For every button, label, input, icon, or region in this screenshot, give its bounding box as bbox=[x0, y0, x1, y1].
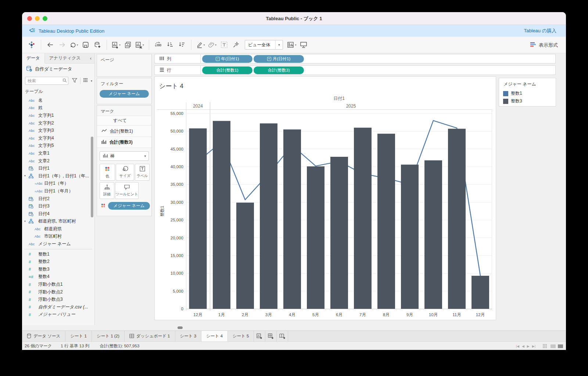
clear-sheet-button[interactable]: ▾ bbox=[135, 39, 145, 51]
clear-sheet-caret[interactable]: ▾ bbox=[143, 43, 144, 47]
tab-data[interactable]: データ bbox=[22, 53, 45, 64]
color-button[interactable]: 色 bbox=[100, 164, 115, 181]
field-item[interactable]: ▼都道府県, 市区町村 bbox=[22, 218, 94, 225]
expand-chevron[interactable]: ▼ bbox=[24, 175, 26, 177]
field-item[interactable]: Abc文章1 bbox=[22, 149, 94, 157]
field-item[interactable]: Abcメジャー ネーム bbox=[22, 240, 94, 248]
row-pill[interactable]: 合計(整数1) bbox=[202, 66, 252, 74]
sheet-tab-sheet[interactable]: シート 1 bbox=[65, 331, 92, 341]
horizontal-scroll-track[interactable] bbox=[22, 325, 566, 330]
slideshow-view-icon[interactable] bbox=[558, 344, 563, 348]
show-hide-cards-button[interactable]: ▾ bbox=[287, 39, 297, 51]
tooltip-button[interactable]: ツールヒント bbox=[115, 182, 139, 199]
tableau-logo[interactable] bbox=[26, 39, 37, 51]
field-item[interactable]: #整数3 bbox=[22, 265, 94, 273]
bar-mark[interactable] bbox=[330, 157, 348, 309]
bar-mark[interactable] bbox=[283, 130, 301, 309]
grid-view-icon[interactable] bbox=[543, 344, 547, 348]
sheet-tab-sheet[interactable]: シート 4 bbox=[201, 331, 228, 341]
expand-box-icon[interactable]: + bbox=[267, 57, 271, 61]
new-dashboard-tab-button[interactable] bbox=[265, 331, 277, 341]
size-button[interactable]: サイズ bbox=[116, 164, 134, 181]
collapse-box-icon[interactable]: − bbox=[216, 57, 220, 61]
field-item[interactable]: 日付1 bbox=[22, 164, 94, 172]
field-item[interactable]: Abc市区町村 bbox=[22, 233, 94, 241]
field-item[interactable]: #メジャー バリュー bbox=[22, 311, 94, 319]
last-page-icon[interactable]: ▶| bbox=[532, 344, 535, 348]
fit-selector[interactable]: ビュー全体 ▼ bbox=[245, 40, 283, 50]
sort-ascending-button[interactable] bbox=[165, 39, 175, 51]
redo-button[interactable] bbox=[57, 39, 67, 51]
fit-selector-caret[interactable]: ▼ bbox=[275, 40, 283, 49]
new-worksheet-caret[interactable]: ▾ bbox=[119, 43, 121, 47]
new-story-tab-button[interactable] bbox=[277, 331, 288, 341]
detail-button[interactable]: 詳細 bbox=[100, 182, 114, 199]
field-item[interactable]: =Abc日付1（年） bbox=[22, 180, 94, 188]
view-options-icon[interactable] bbox=[83, 77, 89, 84]
marks-pill-measure-names[interactable]: メジャー ネーム bbox=[108, 202, 150, 210]
field-item[interactable]: #自作ダミーデータ.csv (... bbox=[22, 303, 94, 311]
freeze-highlight-icon[interactable] bbox=[231, 39, 241, 51]
field-item[interactable]: Abc姓 bbox=[22, 104, 94, 112]
save-button[interactable] bbox=[80, 39, 91, 51]
view-options-caret[interactable]: ▾ bbox=[91, 79, 92, 83]
bar-mark[interactable] bbox=[424, 160, 442, 309]
mark-type-picker[interactable]: 棒 ▼ bbox=[100, 151, 149, 161]
sheet-tab-dashboard[interactable]: ダッシュボード 1 bbox=[125, 331, 175, 341]
label-button[interactable]: ラベル bbox=[135, 164, 150, 181]
sheet-tab-sheet[interactable]: シート 1 (2) bbox=[92, 331, 125, 341]
first-page-icon[interactable]: |◀ bbox=[516, 344, 519, 348]
field-item[interactable]: #整数2 bbox=[22, 258, 94, 265]
field-item[interactable]: #浮動小数点2 bbox=[22, 288, 94, 296]
bar-mark[interactable] bbox=[448, 129, 466, 309]
swap-axes-button[interactable] bbox=[153, 39, 164, 51]
field-item[interactable]: Abc名 bbox=[22, 97, 94, 104]
field-item[interactable]: Abc文字列5 bbox=[22, 142, 94, 150]
column-pill[interactable]: −年(日付1) bbox=[202, 55, 252, 63]
highlight-caret[interactable]: ▾ bbox=[203, 43, 205, 47]
presentation-mode-button[interactable] bbox=[298, 39, 309, 51]
filmstrip-view-icon[interactable] bbox=[551, 344, 556, 348]
sheet-tab-sheet[interactable]: シート 5 bbox=[228, 331, 254, 341]
bar-mark[interactable] bbox=[401, 164, 419, 309]
field-item[interactable]: ▼日付1（年）, 日付1（年... bbox=[22, 172, 94, 180]
sheet-tab-datasource[interactable]: データ ソース bbox=[22, 331, 65, 341]
bar-mark[interactable] bbox=[213, 121, 230, 309]
collapse-pane-icon[interactable]: ‹ bbox=[87, 53, 94, 63]
column-pill[interactable]: +月(日付1) bbox=[254, 55, 304, 63]
field-item[interactable]: 日付3 bbox=[22, 202, 94, 210]
field-item[interactable]: Abc文字列1 bbox=[22, 112, 94, 119]
field-item[interactable]: Abc都道府県 bbox=[22, 225, 94, 233]
sort-descending-button[interactable] bbox=[177, 39, 187, 51]
highlight-button[interactable]: ▾ bbox=[196, 39, 206, 51]
show-hide-cards-caret[interactable]: ▾ bbox=[295, 43, 296, 47]
field-item[interactable]: 日付2 bbox=[22, 195, 94, 203]
legend-item[interactable]: 整数3 bbox=[499, 97, 556, 105]
bar-mark[interactable] bbox=[472, 276, 489, 309]
refresh-caret[interactable]: ▾ bbox=[76, 43, 78, 47]
field-item[interactable]: #整数1 bbox=[22, 250, 94, 258]
field-item[interactable]: Abc文字列3 bbox=[22, 127, 94, 134]
marks-tab-all[interactable]: すべて bbox=[97, 116, 151, 125]
row-pill[interactable]: 合計(整数3) bbox=[254, 66, 304, 74]
expand-chevron[interactable]: ▼ bbox=[24, 220, 26, 223]
bar-mark[interactable] bbox=[260, 123, 277, 309]
text-label-button[interactable] bbox=[219, 39, 229, 51]
undo-button[interactable] bbox=[45, 39, 55, 51]
bar-mark[interactable] bbox=[236, 203, 254, 309]
bar-mark[interactable] bbox=[354, 128, 372, 309]
new-worksheet-tab-button[interactable] bbox=[254, 331, 265, 341]
new-data-source-button[interactable] bbox=[92, 39, 103, 51]
tab-analytics[interactable]: アナリティクス bbox=[45, 53, 85, 63]
field-item[interactable]: Abc文字列2 bbox=[22, 119, 94, 127]
field-item[interactable]: Abc文章2 bbox=[22, 157, 94, 165]
field-item[interactable]: Abc文字列4 bbox=[22, 134, 94, 142]
next-page-icon[interactable]: ▶ bbox=[527, 344, 530, 348]
datasource-item[interactable]: 自作ダミーデータ bbox=[22, 64, 94, 75]
marks-tab-bar[interactable]: 合計(整数3) bbox=[97, 137, 151, 148]
marks-tab-line[interactable]: 合計(整数1) bbox=[97, 125, 151, 137]
field-item[interactable]: #浮動小数点1 bbox=[22, 281, 94, 288]
filter-pill-measure-names[interactable]: メジャー ネーム bbox=[100, 90, 149, 98]
new-worksheet-button[interactable]: ▾ bbox=[111, 39, 121, 51]
bar-mark[interactable] bbox=[307, 166, 325, 309]
